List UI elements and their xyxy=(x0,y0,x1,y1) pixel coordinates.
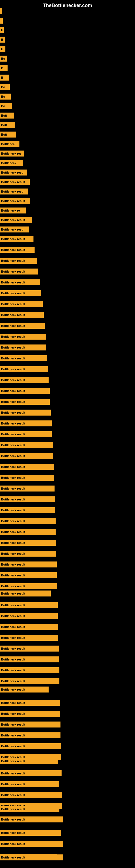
bar-item: Bottleneck result xyxy=(0,855,63,860)
bar: Bottleneck result xyxy=(0,301,43,307)
bar-label: Bo xyxy=(1,57,5,60)
bar-item: B xyxy=(0,65,8,71)
bar-item: Bottleneck result xyxy=(0,561,57,567)
bar-label: Bott xyxy=(1,133,7,136)
bar-label: Bottleneck result xyxy=(1,530,25,533)
bar-item: Bottleneck result xyxy=(0,721,60,727)
bar: Bottleneck result xyxy=(0,355,47,361)
bar-item: Bottleneck result xyxy=(0,806,59,812)
bar-label: Bottleneck result xyxy=(1,794,25,797)
bar-label: Bottleneck result xyxy=(1,734,25,737)
bar-label: Bottleneck result xyxy=(1,508,25,512)
bar-label: Bottleneck result xyxy=(1,614,25,618)
bar: Bottleneck result xyxy=(0,540,56,546)
site-title: TheBottlenecker.com xyxy=(0,0,135,10)
bar-label: Bottleneck result xyxy=(1,443,25,447)
bar: Bottleneck result xyxy=(0,269,38,275)
bar: Bottleneck result xyxy=(0,624,58,630)
bar-item: Bo xyxy=(0,56,7,62)
bar-label: Bottleneck result xyxy=(1,465,25,468)
bar: Bottleneck resu xyxy=(0,169,27,176)
bar: Bottleneck result xyxy=(0,290,41,296)
bar-label: Bottleneck result xyxy=(1,701,25,705)
bar-item: Bo xyxy=(0,84,10,90)
bar-label: Bottleneck result xyxy=(1,324,25,328)
bar: Bottleneck result xyxy=(0,179,30,185)
bar-item: Bott xyxy=(0,131,16,137)
bar-label: Bottleneck result xyxy=(1,199,25,203)
bar-item: Bottleneck result xyxy=(0,323,45,329)
bar-item: Bottleneck result xyxy=(0,518,56,524)
bar-label: Bott xyxy=(1,114,7,117)
bar-item: Bottleneck result xyxy=(0,743,61,749)
bar-label: Bottleneck result xyxy=(1,248,25,251)
bar-item: Bottleneck result xyxy=(0,781,59,787)
bar-item: Bottleneck result xyxy=(0,301,43,307)
bar: Bottleneck result xyxy=(0,590,51,596)
bar-label: Bo xyxy=(1,104,5,108)
bar-item: Bottleneck result xyxy=(0,583,57,589)
bar-label: Bottleneck result xyxy=(1,669,25,672)
bar-label: B xyxy=(1,38,3,41)
bar-label: Bottleneck result xyxy=(1,745,25,748)
bar-item: Bottleneck result xyxy=(0,770,61,776)
bar-item: Bottleneck result xyxy=(0,453,53,459)
bar-label: Bottleneck re xyxy=(1,209,20,212)
bar: Bottleneck result xyxy=(0,247,35,253)
bar-item: Bottleneck result xyxy=(0,344,46,350)
bar-label: Bottleneck result xyxy=(1,487,25,490)
bar: Bottleneck result xyxy=(0,770,61,776)
bar-item: Bottleneck result xyxy=(0,529,56,535)
bar-label: Bottleneck result xyxy=(1,335,25,338)
bar: Bottleneck result xyxy=(0,442,53,448)
bar-item: Bottleneck result xyxy=(0,507,55,513)
bar: E xyxy=(0,27,4,33)
bar-label: Bottleneck result xyxy=(1,552,25,555)
bar-item: Bottleneck result xyxy=(0,678,59,684)
bar: Bottleneck result xyxy=(0,551,56,557)
bar-item: Bottleneck result xyxy=(0,613,58,619)
bar-label: Bottleneck result xyxy=(1,389,25,393)
bar-item: Bo xyxy=(0,103,12,109)
bar-label: Bottleneck result xyxy=(1,433,25,436)
bar-item: Bottleneck result xyxy=(0,334,46,340)
bar-label: Bottleneck result xyxy=(1,400,25,403)
bar-label: Bottleneck result xyxy=(1,346,25,349)
bar-label: Bottleneck result xyxy=(1,303,25,306)
bar-label: Bottlenec xyxy=(1,143,14,146)
bar-label: Bottleneck result xyxy=(1,712,25,715)
bar: Bottleneck result xyxy=(0,613,58,619)
bar-item: B xyxy=(0,74,9,81)
bar-label: B xyxy=(1,66,3,70)
bar-item: Bottleneck result xyxy=(0,733,60,738)
bar: Bottleneck result xyxy=(0,646,59,652)
bar-item: Bottleneck result xyxy=(0,247,35,253)
bar-label: Bottleneck result xyxy=(1,831,25,834)
bar: Bottleneck result xyxy=(0,475,54,480)
bar-item: Bottleneck result xyxy=(0,646,59,652)
bar: Bottleneck result xyxy=(0,507,55,513)
bar-item: E xyxy=(0,27,4,33)
bar-label: Bottleneck result xyxy=(1,520,25,523)
bar: Bo xyxy=(0,103,12,109)
bar-item: Bottleneck result xyxy=(0,816,63,823)
bar-item: Bo xyxy=(0,94,11,99)
bar: B xyxy=(0,65,8,71)
bar-label: Bottleneck result xyxy=(1,688,25,691)
bar: Bottleneck resu xyxy=(0,188,28,194)
bar-label: Bottleneck result xyxy=(1,760,25,763)
bar-label: E xyxy=(1,29,3,32)
bar-item: Bottleneck result xyxy=(0,475,54,480)
bar-label: Bottleneck result xyxy=(1,498,25,501)
bar: Bottleneck result xyxy=(0,656,59,662)
bar: Bottleneck result xyxy=(0,743,61,749)
bar: Bottleneck result xyxy=(0,686,49,692)
bar-label: Bottleneck result xyxy=(1,772,25,775)
bar: Bottleneck result xyxy=(0,431,52,437)
bar: Bottleneck res xyxy=(0,151,24,156)
bar-item: Bottleneck re xyxy=(0,208,26,214)
bar: Bott xyxy=(0,122,15,128)
bar: Bottleneck result xyxy=(0,377,49,383)
bar: Bottleneck result xyxy=(0,700,60,706)
bar-label: Bottleneck result xyxy=(1,357,25,360)
